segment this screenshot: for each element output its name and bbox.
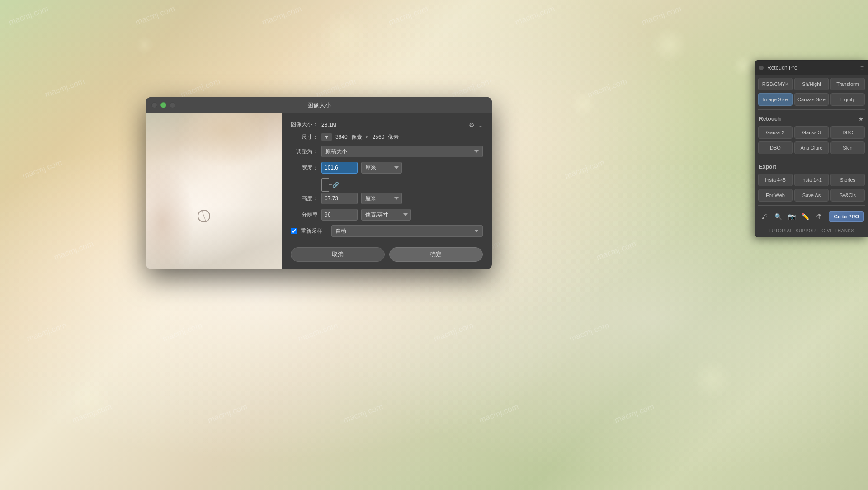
dimension-dropdown[interactable]: ▼	[321, 133, 332, 141]
dimensions-row: 尺寸： ▼ 3840 像素 × 2560 像素	[291, 133, 483, 141]
height-input-group: 厘米 英寸 像素	[321, 193, 402, 204]
adjust-select[interactable]: 原稿大小 自定义	[321, 146, 483, 157]
dialog-titlebar: 图像大小	[146, 97, 492, 113]
width-row: 宽度： 厘米 英寸 像素	[291, 162, 483, 174]
resolution-input[interactable]	[321, 209, 358, 221]
panel-divider-3	[758, 205, 865, 206]
dialog-preview	[146, 113, 282, 269]
save-as-button[interactable]: Save As	[794, 189, 829, 202]
for-web-label: For Web	[766, 193, 785, 198]
adjust-row: 调整为： 原稿大小 自定义	[291, 146, 483, 157]
dbc-label: DBC	[842, 130, 853, 135]
for-web-button[interactable]: For Web	[758, 189, 793, 202]
export-section-title: Export	[759, 164, 776, 170]
gauss3-label: Gauss 3	[802, 130, 821, 135]
skin-button[interactable]: Skin	[830, 141, 865, 154]
maximize-button[interactable]	[170, 102, 175, 108]
insta-4x5-label: Insta 4×5	[765, 177, 786, 183]
adjust-label: 调整为：	[291, 148, 318, 155]
liquify-button[interactable]: Liquify	[830, 93, 865, 106]
insta-4x5-button[interactable]: Insta 4×5	[758, 174, 793, 186]
height-unit-select[interactable]: 厘米 英寸 像素	[361, 193, 402, 204]
anti-glare-button[interactable]: Anti Glare	[794, 141, 829, 154]
dbo-button[interactable]: DBO	[758, 141, 793, 154]
resample-label: 重新采样：	[301, 227, 328, 235]
ok-button[interactable]: 确定	[389, 247, 483, 262]
retouch-row-2: DBO Anti Glare Skin	[758, 141, 865, 154]
panel-titlebar: Retouch Pro ≡	[755, 61, 868, 75]
gauss3-button[interactable]: Gauss 3	[794, 126, 829, 139]
image-size-dialog: 图像大小 图像大小： 28.1M ⚙ ...	[146, 97, 492, 269]
gauss2-button[interactable]: Gauss 2	[758, 126, 793, 139]
sv-cls-button[interactable]: Sv&Cls	[830, 189, 865, 202]
dialog-title: 图像大小	[307, 101, 331, 109]
bokeh-6	[136, 36, 154, 54]
dimension-height: 2560	[373, 134, 385, 140]
resample-select[interactable]: 自动 保留细节	[331, 225, 483, 237]
dimension-dropdown-label: ▼	[324, 134, 329, 140]
bokeh-1	[651, 27, 687, 63]
fork-icon[interactable]: ⚗	[813, 211, 824, 222]
image-size-button[interactable]: Image Size	[758, 93, 793, 106]
dialog-buttons: 取消 确定	[291, 244, 483, 262]
bokeh-2	[732, 54, 755, 77]
give-thanks-link[interactable]: GIVE THANKS	[821, 228, 854, 233]
brush-icon[interactable]: 🖌	[759, 211, 770, 222]
link-icon-row: 🔗	[291, 178, 483, 192]
panel-divider-1	[758, 109, 865, 110]
dialog-content: 图像大小： 28.1M ⚙ ... 尺寸： ▼ 3840 像素 × 2560 像…	[146, 113, 492, 269]
bokeh-4	[570, 90, 597, 118]
sh-highl-button[interactable]: Sh/Highl	[794, 78, 829, 90]
resolution-label: 分辨率	[291, 211, 318, 219]
skin-label: Skin	[843, 145, 852, 151]
width-label: 宽度：	[291, 164, 318, 172]
camera-icon[interactable]: 📷	[786, 211, 797, 222]
height-label: 高度：	[291, 195, 318, 203]
image-size-value: 28.1M	[321, 122, 336, 128]
insta-1x1-button[interactable]: Insta 1×1	[794, 174, 829, 186]
chain-link-icon[interactable]: 🔗	[332, 182, 339, 188]
resample-row: 重新采样： 自动 保留细节	[291, 225, 483, 237]
panel-body: RGB/CMYK Sh/Highl Transform Image Size C…	[755, 75, 868, 237]
panel-toolbar: 🖌 🔍 📷 ✏️ ⚗ Go to PRO	[758, 209, 865, 224]
height-input[interactable]	[321, 193, 358, 204]
resolution-row: 分辨率 像素/英寸 像素/厘米	[291, 209, 483, 221]
link-bracket	[321, 178, 329, 192]
retouch-section-header: Retouch ★	[758, 113, 865, 123]
panel-row-2: Image Size Canvas Size Liquify	[758, 93, 865, 106]
width-unit-select[interactable]: 厘米 英寸 像素	[361, 162, 402, 174]
go-to-pro-button[interactable]: Go to PRO	[829, 211, 864, 222]
retouch-row-1: Gauss 2 Gauss 3 DBC	[758, 126, 865, 139]
height-row: 高度： 厘米 英寸 像素	[291, 193, 483, 204]
minimize-button[interactable]	[160, 102, 166, 108]
magnify-icon[interactable]: 🔍	[773, 211, 783, 222]
retouch-section-title: Retouch	[759, 116, 781, 122]
width-input-group: 厘米 英寸 像素	[321, 162, 402, 174]
resolution-unit-select[interactable]: 像素/英寸 像素/厘米	[361, 209, 411, 221]
panel-divider-2	[758, 158, 865, 158]
cancel-button[interactable]: 取消	[291, 247, 385, 262]
support-link[interactable]: SUPPORT	[796, 228, 819, 233]
tutorial-link[interactable]: TUTORIAL	[769, 228, 793, 233]
resample-checkbox[interactable]	[291, 228, 297, 234]
rgb-cmyk-button[interactable]: RGB/CMYK	[758, 78, 793, 90]
dbc-button[interactable]: DBC	[830, 126, 865, 139]
traffic-lights	[151, 102, 175, 108]
pencil-icon[interactable]: ✏️	[800, 211, 811, 222]
close-button[interactable]	[151, 102, 157, 108]
width-input[interactable]	[321, 162, 358, 174]
settings-icon[interactable]: ⚙	[469, 121, 475, 128]
image-size-row: 图像大小： 28.1M ⚙ ...	[291, 121, 483, 128]
resolution-input-group: 像素/英寸 像素/厘米	[321, 209, 411, 221]
stories-button[interactable]: Stories	[830, 174, 865, 186]
transform-button[interactable]: Transform	[830, 78, 865, 90]
bokeh-3	[316, 9, 371, 63]
panel-menu-icon[interactable]: ≡	[860, 64, 864, 71]
dialog-form: 图像大小： 28.1M ⚙ ... 尺寸： ▼ 3840 像素 × 2560 像…	[282, 113, 492, 269]
preview-arm	[146, 152, 200, 269]
canvas-size-button[interactable]: Canvas Size	[794, 93, 829, 106]
bokeh-7	[68, 377, 113, 422]
retouch-star-icon[interactable]: ★	[858, 115, 864, 122]
gauss2-label: Gauss 2	[766, 130, 785, 135]
panel-close-button[interactable]	[759, 66, 764, 70]
